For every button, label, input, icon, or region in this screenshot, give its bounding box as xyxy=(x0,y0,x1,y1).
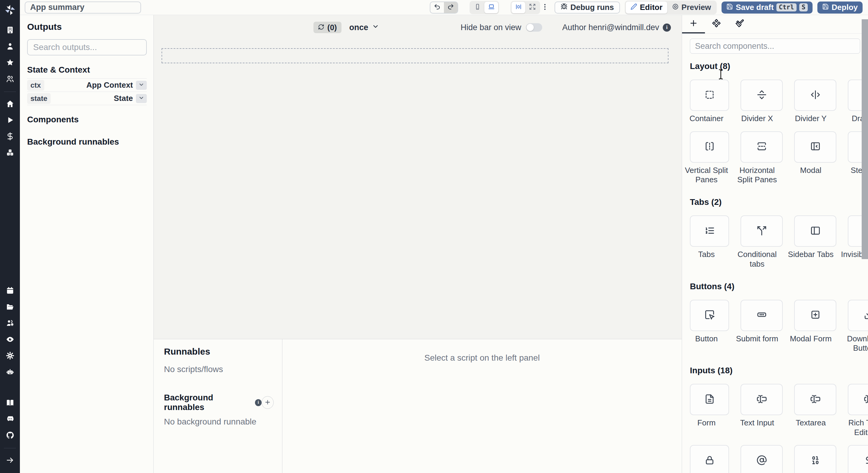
canvas-dropzone[interactable] xyxy=(161,48,669,63)
component-label: Rich Text Editor xyxy=(839,418,868,437)
component-card-form[interactable] xyxy=(690,384,729,415)
section-title: Tabs (2) xyxy=(690,197,856,207)
component-card-button[interactable] xyxy=(690,300,729,331)
tab-preview[interactable]: Preview xyxy=(667,1,716,13)
redo-icon xyxy=(447,3,454,11)
hide-bar-row: Hide bar on view xyxy=(461,23,542,32)
app-canvas[interactable] xyxy=(154,37,682,339)
sidebar-item-runs[interactable] xyxy=(5,116,15,125)
sidebar-item-home[interactable] xyxy=(5,100,15,109)
context-type: State xyxy=(114,94,133,103)
fullscreen-button[interactable] xyxy=(525,2,539,13)
hide-bar-toggle[interactable] xyxy=(526,23,542,32)
debug-runs-button[interactable]: Debug runs xyxy=(555,1,620,13)
redo-button[interactable] xyxy=(444,2,458,13)
search-components-input[interactable] xyxy=(690,38,860,54)
section-title: Inputs (18) xyxy=(690,366,856,375)
component-label: Button xyxy=(684,334,729,344)
component-cell: Number xyxy=(794,445,836,473)
tab-global-styling[interactable] xyxy=(728,15,751,33)
download-icon xyxy=(864,309,868,321)
component-card-modal[interactable] xyxy=(794,131,836,163)
users-icon xyxy=(6,74,14,84)
tab-editor[interactable]: Editor xyxy=(626,1,667,13)
component-card-vertical-split-panes[interactable] xyxy=(690,131,729,163)
text-cursor-icon xyxy=(756,394,767,406)
search-outputs-input[interactable] xyxy=(27,39,147,56)
info-icon[interactable]: i xyxy=(663,24,671,32)
app-summary-input[interactable] xyxy=(25,1,141,13)
component-card-number[interactable] xyxy=(794,445,836,473)
save-draft-button[interactable]: Save draft Ctrl S xyxy=(721,1,812,13)
sidebar-item-discord[interactable] xyxy=(5,415,15,424)
context-row-ctx[interactable]: ctxApp Context xyxy=(27,78,147,92)
component-card-submit-form[interactable] xyxy=(741,300,783,331)
undo-button[interactable] xyxy=(430,2,444,13)
sidebar-item-user[interactable] xyxy=(5,42,15,51)
component-card-password[interactable] xyxy=(690,445,729,473)
sidebar-item-docs[interactable] xyxy=(5,399,15,408)
component-label: Divider X xyxy=(732,114,783,124)
tab-component-settings[interactable] xyxy=(705,15,728,33)
sidebar-item-folders[interactable] xyxy=(5,303,15,312)
mobile-view-button[interactable] xyxy=(470,2,484,13)
component-label: Conditional tabs xyxy=(732,250,783,269)
refresh-interval-dropdown[interactable]: once xyxy=(349,23,379,32)
component-card-container[interactable] xyxy=(690,80,729,111)
component-card-conditional-tabs[interactable] xyxy=(741,215,783,247)
editor-preview-group: Editor Preview xyxy=(625,1,717,14)
components-title: Components xyxy=(27,115,147,124)
sidebar-item-github[interactable] xyxy=(5,431,15,440)
component-card-text-input[interactable] xyxy=(741,384,783,415)
sidebar-item-groups[interactable] xyxy=(5,75,15,84)
component-card-divider-y[interactable] xyxy=(794,80,836,111)
save-draft-label: Save draft xyxy=(736,3,774,12)
component-card-modal-form[interactable] xyxy=(794,300,836,331)
component-card-sidebar-tabs[interactable] xyxy=(794,215,836,247)
sidebar-item-variables[interactable] xyxy=(5,132,15,141)
tab-insert-component[interactable] xyxy=(682,15,705,33)
sidebar-item-audit-logs[interactable] xyxy=(5,335,15,344)
more-menu-button[interactable] xyxy=(540,3,550,12)
button-click-icon xyxy=(704,309,715,321)
windmill-logo xyxy=(3,3,17,17)
deploy-button[interactable]: Deploy xyxy=(817,1,863,13)
component-cell: Password xyxy=(690,445,729,473)
component-card-currency[interactable] xyxy=(848,445,868,473)
sidebar-item-settings[interactable] xyxy=(5,352,15,360)
component-card-download-button[interactable] xyxy=(848,300,868,331)
component-grid: ContainerDivider XDivider YDrawerVertica… xyxy=(690,80,856,192)
component-cell: Divider Y xyxy=(794,80,836,124)
scrollbar-thumb[interactable] xyxy=(862,19,868,259)
component-card-divider-x[interactable] xyxy=(741,80,783,111)
context-row-state[interactable]: stateState xyxy=(27,92,147,105)
component-card-horizontal-split-panes[interactable] xyxy=(741,131,783,163)
component-card-email-input[interactable] xyxy=(741,445,783,473)
sidebar-item-workspace[interactable] xyxy=(5,26,15,35)
center-canvas-button[interactable] xyxy=(512,2,525,13)
desktop-view-button[interactable] xyxy=(484,2,498,13)
context-key: ctx xyxy=(27,80,44,91)
expand-row-button[interactable] xyxy=(136,94,147,103)
components-panel: Layout (8)ContainerDivider XDivider YDra… xyxy=(682,15,868,473)
component-card-textarea[interactable] xyxy=(794,384,836,415)
sidebar-item-collapse-sidebar[interactable] xyxy=(5,456,15,465)
refresh-button[interactable]: (0) xyxy=(313,22,341,33)
component-card-rich-text-editor[interactable] xyxy=(848,384,868,415)
text-cursor-icon xyxy=(864,394,868,406)
sidebar-item-schedules[interactable] xyxy=(5,286,15,295)
info-icon[interactable]: i xyxy=(255,399,261,406)
component-cell: Horizontal Split Panes xyxy=(741,131,783,185)
add-background-runnable-button[interactable] xyxy=(261,396,274,409)
paintbrush-icon xyxy=(735,19,744,29)
sidebar-item-resources[interactable] xyxy=(5,149,15,158)
sidebar-item-favorites[interactable] xyxy=(5,58,15,67)
sidebar-item-ai[interactable] xyxy=(5,368,15,377)
expand-row-button[interactable] xyxy=(136,81,147,90)
components-panel-tabs xyxy=(682,15,868,34)
component-card-tabs[interactable] xyxy=(690,215,729,247)
at-sign-icon xyxy=(756,455,767,467)
hsplit-icon xyxy=(756,141,767,153)
state-context-title: State & Context xyxy=(27,65,147,75)
sidebar-item-workers[interactable] xyxy=(5,319,15,328)
